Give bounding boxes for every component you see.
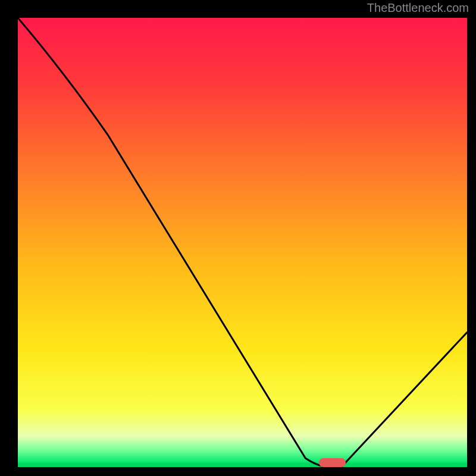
optimal-marker	[319, 458, 346, 467]
chart-plot-area	[18, 18, 467, 467]
chart-baseline	[18, 463, 467, 467]
chart-background	[18, 18, 467, 463]
watermark-text: TheBottleneck.com	[367, 1, 469, 15]
chart-svg	[18, 18, 467, 467]
